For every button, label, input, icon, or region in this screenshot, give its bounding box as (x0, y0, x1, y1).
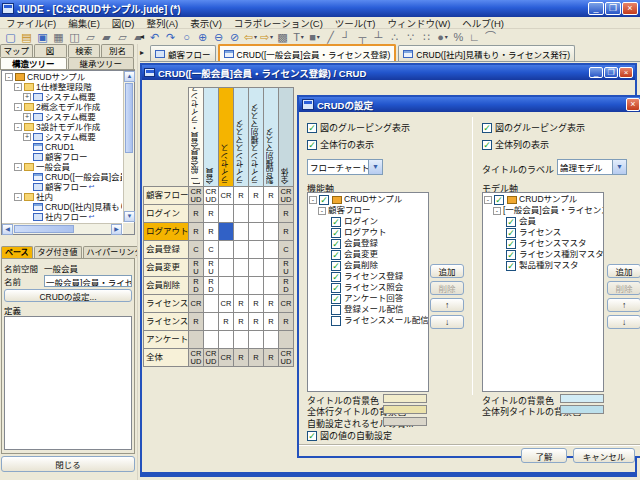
collapse-icon[interactable]: - (14, 103, 22, 111)
menu-item[interactable]: 図(D) (106, 16, 141, 30)
model-axis-down-button[interactable]: ↓ (607, 315, 640, 329)
total-row-checkbox[interactable]: ✓ 全体行の表示 (307, 138, 374, 151)
checkbox-checked-icon[interactable]: ✓ (482, 140, 492, 150)
tree-item[interactable]: -2概念モデル作成 (3, 102, 122, 112)
shape-circle-button[interactable]: ●▾ (435, 30, 450, 44)
crud-cell[interactable]: R D (278, 276, 294, 295)
checkbox-unchecked-icon[interactable] (331, 316, 341, 326)
collapse-icon[interactable]: - (14, 163, 22, 171)
crud-row-header[interactable]: 全体 (143, 348, 189, 367)
crud-row-header[interactable]: アンケート回答 (143, 330, 189, 349)
crud-cell[interactable]: CR UD (203, 186, 219, 205)
crud-cell[interactable]: CR UD (203, 348, 219, 367)
crud-row-header[interactable]: 会員変更 (143, 258, 189, 277)
crud-cell[interactable]: C (278, 240, 294, 259)
tree-item[interactable]: +システム概要 (3, 112, 122, 122)
crud-cell[interactable]: R (203, 204, 219, 223)
copy-model-button[interactable]: ▱ (83, 30, 98, 44)
axis-tree-item[interactable]: ✓ライセンス種別マスタ (484, 249, 602, 260)
checkbox-checked-icon[interactable]: ✓ (331, 283, 341, 293)
paste-model-button[interactable]: ▰ (99, 30, 114, 44)
property-tab[interactable]: ベース (1, 246, 33, 258)
tree-item[interactable]: 顧客フロー↩ (3, 182, 122, 192)
axis-tree-group[interactable]: -[一般会員]会員・ライセンス登録 (484, 205, 602, 216)
tree-item[interactable]: -1仕様整理段階 (3, 82, 122, 92)
crud-cell[interactable] (233, 222, 249, 241)
crud-cell[interactable] (218, 204, 234, 223)
auto-value-checkbox[interactable]: ✓ 図の値の自動設定 (307, 429, 392, 442)
tree-layout-up-button[interactable]: ┴ (371, 30, 386, 44)
crud-cell[interactable]: R (188, 312, 204, 331)
crud-cell[interactable]: R (248, 186, 264, 205)
checkbox-checked-icon[interactable]: ✓ (331, 294, 341, 304)
zoom-reset-button[interactable]: ⊘ (227, 30, 242, 44)
function-axis-add-button[interactable]: 追加 (430, 264, 464, 278)
close-button[interactable]: × (622, 2, 638, 15)
doc-tab[interactable]: CRUD([一般会員]会員・ライセンス登録) (218, 44, 397, 61)
tree-item[interactable]: 顧客フロー (3, 152, 122, 162)
axis-tree-item[interactable]: ✓会員登録 (309, 238, 427, 249)
chevron-down-icon[interactable]: ▾ (317, 33, 320, 40)
tree-item[interactable]: -社内 (3, 192, 122, 202)
menu-item[interactable]: 表示(V) (184, 16, 228, 30)
checkbox-checked-icon[interactable]: ✓ (331, 228, 341, 238)
chevron-down-icon[interactable]: ▾ (301, 33, 304, 40)
checkbox-checked-icon[interactable]: ✓ (331, 239, 341, 249)
crud-cell[interactable]: R U (188, 258, 204, 277)
axis-tree-item[interactable]: ✓会員 (484, 216, 602, 227)
checkbox-checked-icon[interactable]: ✓ (506, 250, 516, 260)
crud-cell[interactable] (203, 330, 219, 349)
doc-tab[interactable]: 顧客フロー (150, 45, 216, 61)
crud-cell[interactable] (218, 240, 234, 259)
crud-column-header[interactable]: ライセンス種別マスタ (248, 87, 264, 187)
crud-cell[interactable] (233, 204, 249, 223)
zoom-pointer-button[interactable]: ○ (179, 30, 194, 44)
crud-cell[interactable]: R (248, 294, 264, 313)
function-axis-up-button[interactable]: ↑ (430, 298, 464, 312)
crud-settings-button[interactable]: CRUDの設定... (4, 289, 132, 302)
axis-tree-item[interactable]: ライセンスメール配信 (309, 315, 427, 326)
tree-vertical-scrollbar[interactable]: ▲ ▼ (123, 71, 134, 222)
menu-item[interactable]: ヘルプ(H) (456, 16, 510, 30)
axis-tree-item[interactable]: ✓ライセンス照会 (309, 282, 427, 293)
checkbox-checked-icon[interactable]: ✓ (494, 195, 504, 205)
crud-cell[interactable] (263, 276, 279, 295)
crud-cell[interactable]: R (263, 186, 279, 205)
axis-tree-item[interactable]: ✓会員削除 (309, 260, 427, 271)
axis-tree-root[interactable]: -✓CRUDサンプル (484, 194, 602, 205)
crud-cell[interactable]: R (248, 348, 264, 367)
line-draw-button[interactable]: ╱ (323, 30, 338, 44)
checkbox-checked-icon[interactable]: ✓ (506, 217, 516, 227)
checkbox-unchecked-icon[interactable] (331, 305, 341, 315)
tree-tab[interactable]: 構造ツリー (0, 57, 67, 69)
row-grouping-checkbox[interactable]: ✓ 図のグルーピング表示 (307, 121, 410, 134)
editor-close-button[interactable]: × (619, 67, 633, 78)
crud-cell[interactable]: R (278, 222, 294, 241)
ok-button[interactable]: 了解 (521, 448, 567, 463)
crud-cell[interactable]: R (233, 294, 249, 313)
crud-cell[interactable]: R (233, 348, 249, 367)
crud-cell[interactable] (248, 222, 264, 241)
tree-item[interactable]: -一般会員 (3, 162, 122, 172)
tree-layout-down-button[interactable]: ┬ (355, 30, 370, 44)
crud-cell[interactable]: R D (203, 276, 219, 295)
crud-cell[interactable] (248, 204, 264, 223)
total-row-bg-swatch[interactable] (383, 405, 427, 414)
fill-color-button[interactable]: ■▾ (307, 30, 322, 44)
crud-column-header[interactable]: [一般会員]会員・ライセンス登録 (188, 87, 204, 187)
crud-cell[interactable] (218, 222, 234, 241)
tree-item[interactable]: -3設計モデル作成 (3, 122, 122, 132)
divide-line-button[interactable]: % (451, 30, 466, 44)
restore-button[interactable]: ❐ (605, 2, 621, 15)
crud-cell[interactable] (203, 312, 219, 331)
collapse-icon[interactable]: - (5, 73, 13, 81)
view-tab[interactable]: 検索 (68, 44, 101, 57)
chevron-down-icon[interactable]: ▾ (270, 33, 273, 40)
tab-scroll-left-icon[interactable]: ◂▸ (140, 29, 150, 61)
checkbox-checked-icon[interactable]: ✓ (331, 272, 341, 282)
scroll-thumb[interactable] (14, 225, 74, 233)
collapse-icon[interactable]: - (14, 123, 22, 131)
expand-icon[interactable]: + (23, 113, 31, 121)
forward-nav-button[interactable]: ⇨▾ (259, 30, 274, 44)
zoom-out-button[interactable]: ⊖ (211, 30, 226, 44)
